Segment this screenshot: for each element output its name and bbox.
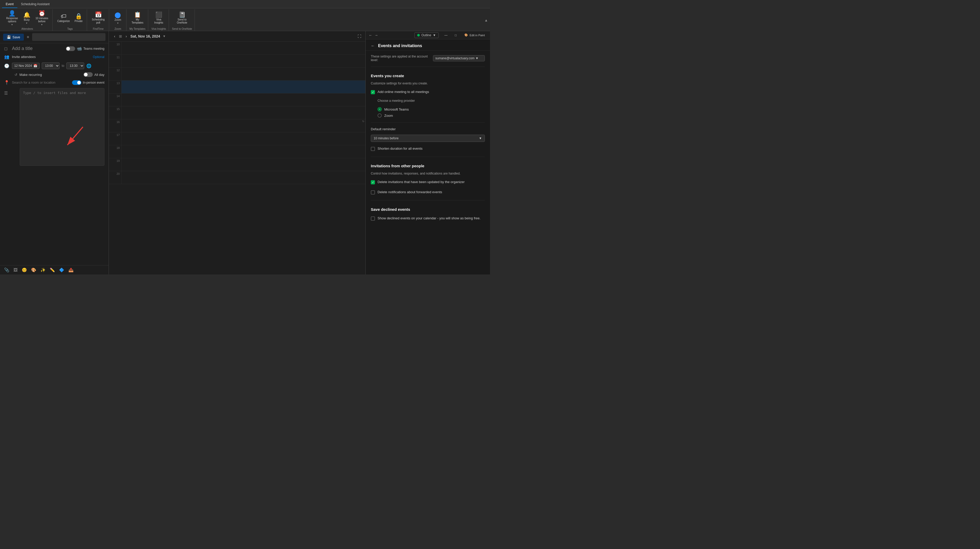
time-slot-14[interactable] bbox=[121, 94, 365, 106]
time-row-17: 17 bbox=[109, 132, 365, 145]
reminder-select[interactable]: 10 minutes before ▼ bbox=[371, 135, 485, 142]
delete-updated-checkbox[interactable] bbox=[371, 180, 375, 184]
tab-scheduling-assistant[interactable]: Scheduling Assistant bbox=[18, 1, 53, 8]
reminder-icon: ⏰ bbox=[38, 11, 45, 16]
zoom-button[interactable]: ⬤ Zoom ▼ bbox=[112, 11, 124, 25]
settings-title: Events and invitations bbox=[378, 43, 422, 48]
reminder-button[interactable]: ⏰ 10 minutesbefore ▼ bbox=[34, 10, 50, 27]
attendees-label[interactable]: Invite attendees bbox=[12, 55, 36, 59]
location-row: 📍 In-person event bbox=[4, 80, 104, 85]
provider-teams: Microsoft Teams bbox=[377, 107, 485, 111]
location-input[interactable] bbox=[12, 81, 70, 84]
response-options-button[interactable]: 👤 Responseoptions ▼ bbox=[5, 10, 19, 27]
body-input[interactable] bbox=[20, 88, 104, 166]
time-slot-13[interactable] bbox=[121, 81, 365, 93]
provider-group: Microsoft Teams Zoom bbox=[371, 107, 485, 117]
send-to-onenote-button[interactable]: 📓 Send toOneNote bbox=[175, 11, 189, 25]
save-bar: 💾 Save bbox=[0, 31, 108, 43]
add-online-meeting-checkbox[interactable] bbox=[371, 90, 375, 94]
delete-forwarded-label: Delete notifications about forwarded eve… bbox=[377, 190, 442, 194]
my-templates-button[interactable]: 📋 MyTemplates bbox=[130, 11, 145, 25]
minimize-button[interactable]: — bbox=[441, 32, 451, 38]
allday-toggle[interactable] bbox=[83, 72, 93, 77]
time-slot-12[interactable] bbox=[121, 68, 365, 80]
settings-back-button[interactable]: ← bbox=[371, 43, 375, 48]
calendar-expand-button[interactable]: ⛶ bbox=[358, 34, 361, 38]
default-reminder-label: Default reminder bbox=[371, 127, 485, 131]
zoom-radio[interactable] bbox=[377, 113, 382, 117]
ribbon-tab-bar: Event Scheduling Assistant bbox=[0, 0, 490, 8]
provider-zoom: Zoom bbox=[377, 113, 485, 117]
delete-forwarded-checkbox[interactable] bbox=[371, 190, 375, 195]
forward-arrow-button[interactable]: → bbox=[374, 33, 378, 37]
datetime-content: 12 Nov 2024 📅 13:00 to 13:30 🌐 bbox=[12, 62, 104, 69]
recurring-label[interactable]: Make recurring bbox=[19, 73, 42, 77]
body-row: ☰ bbox=[4, 88, 104, 166]
emoji-button[interactable]: 😊 bbox=[22, 268, 27, 273]
ribbon-collapse-button[interactable]: ▲ bbox=[484, 18, 488, 22]
save-declined-title: Save declined events bbox=[371, 207, 485, 211]
time-slot-20[interactable] bbox=[121, 171, 365, 184]
timezone-button[interactable]: 🌐 bbox=[86, 63, 91, 68]
calendar-next-button[interactable]: › bbox=[125, 33, 128, 40]
settings-top-bar: ← → Outline ▼ — □ 🎨 Edit in Paint bbox=[366, 31, 490, 40]
calendar-date-dropdown[interactable]: ▼ bbox=[163, 35, 166, 38]
effects-button[interactable]: ✨ bbox=[40, 268, 46, 273]
time-slot-18[interactable] bbox=[121, 145, 365, 158]
ribbon-group-tags: 🏷 Categorize 🔒 Private Tags bbox=[53, 10, 87, 31]
back-arrow-button[interactable]: ← bbox=[369, 33, 372, 37]
title-input[interactable] bbox=[32, 33, 105, 41]
end-time-select[interactable]: 13:30 bbox=[66, 62, 84, 69]
calendar-prev-button[interactable]: ‹ bbox=[113, 33, 116, 40]
datetime-row: 🕐 12 Nov 2024 📅 13:00 to 13:30 bbox=[4, 62, 104, 69]
loop-button[interactable]: 🔷 bbox=[59, 268, 64, 273]
attendees-row: 👥 Invite attendees Optional bbox=[4, 54, 104, 59]
time-slot-11[interactable] bbox=[121, 55, 365, 67]
recurring-content: ↺ Make recurring All day bbox=[14, 72, 104, 77]
busy-button[interactable]: 🔔 Busy ▼ bbox=[21, 11, 32, 25]
account-select[interactable]: sumane@virtualactuary.com ▼ bbox=[433, 55, 485, 61]
time-slot-16[interactable]: ↻ bbox=[121, 119, 365, 132]
private-icon: 🔒 bbox=[75, 13, 82, 19]
edit-in-paint-area[interactable]: 🎨 Edit in Paint bbox=[462, 33, 487, 37]
ribbon-group-onenote: 📓 Send toOneNote Send to OneNote bbox=[169, 10, 195, 31]
time-slot-10[interactable] bbox=[121, 42, 365, 54]
save-button[interactable]: 💾 Save bbox=[3, 34, 24, 41]
save-disk-icon: 💾 bbox=[7, 35, 11, 39]
start-time-select[interactable]: 13:00 bbox=[42, 62, 60, 69]
time-slot-15[interactable] bbox=[121, 106, 365, 119]
time-label-11: 11 bbox=[109, 55, 121, 67]
attach-button[interactable]: 📎 bbox=[4, 268, 10, 273]
show-declined-label: Show declined events on your calendar - … bbox=[377, 216, 480, 220]
tab-event[interactable]: Event bbox=[2, 1, 18, 8]
zoom-group-label: Zoom bbox=[115, 27, 121, 31]
delete-updated-label: Delete invitations that have been update… bbox=[377, 180, 465, 184]
time-label-18: 18 bbox=[109, 145, 121, 158]
teams-toggle[interactable] bbox=[66, 46, 75, 51]
draw-button[interactable]: 🎨 bbox=[31, 268, 36, 273]
title-icon: ◻ bbox=[4, 46, 10, 51]
time-label-15: 15 bbox=[109, 106, 121, 119]
ribbon-group-zoom: ⬤ Zoom ▼ Zoom bbox=[110, 10, 126, 31]
save-label: Save bbox=[13, 35, 20, 39]
time-slot-19[interactable] bbox=[121, 158, 365, 171]
categorize-button[interactable]: 🏷 Categorize bbox=[56, 13, 71, 24]
time-slot-17[interactable] bbox=[121, 132, 365, 145]
share-button[interactable]: 📤 bbox=[68, 268, 73, 273]
date-picker[interactable]: 12 Nov 2024 📅 bbox=[12, 63, 40, 69]
teams-radio[interactable] bbox=[377, 107, 382, 111]
show-declined-checkbox[interactable] bbox=[371, 216, 375, 221]
account-email: sumane@virtualactuary.com bbox=[435, 56, 474, 60]
inperson-toggle[interactable] bbox=[72, 80, 81, 85]
maximize-button[interactable]: □ bbox=[451, 32, 460, 38]
outline-button[interactable]: Outline ▼ bbox=[414, 32, 439, 38]
private-button[interactable]: 🔒 Private bbox=[73, 13, 84, 24]
scheduling-poll-button[interactable]: 📅 Schedulingpoll bbox=[90, 11, 106, 25]
calendar-panel: ‹ ⊞ › Sat, Nov 16, 2024 ▼ ⛶ 10 11 12 bbox=[109, 31, 366, 274]
inperson-toggle-area: In-person event bbox=[72, 80, 104, 85]
viva-insights-button[interactable]: ⬛ VivaInsights bbox=[153, 11, 165, 25]
shorten-duration-checkbox[interactable] bbox=[371, 147, 375, 151]
image-button[interactable]: 🖼 bbox=[13, 268, 18, 273]
shorten-duration-label: Shorten duration for all events bbox=[377, 147, 422, 151]
pen-button[interactable]: ✏️ bbox=[50, 268, 55, 273]
